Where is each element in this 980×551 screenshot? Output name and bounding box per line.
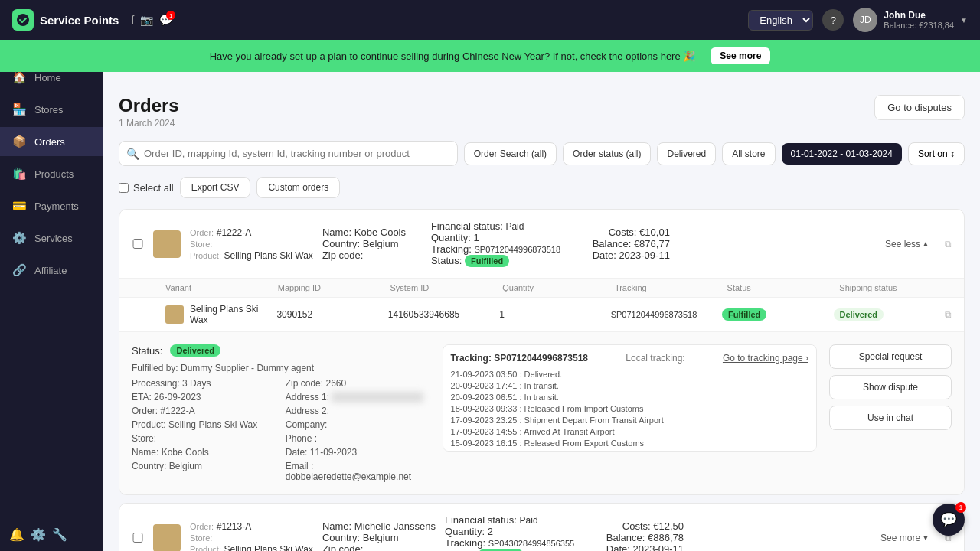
variant-status-0: Fulfilled <box>722 308 833 321</box>
store-ref-info: Store: <box>132 433 276 444</box>
search-icon: 🔍 <box>126 148 139 160</box>
variant-copy-icon-0[interactable]: ⧉ <box>945 309 952 320</box>
order-search-filter[interactable]: Order Search (all) <box>464 142 557 165</box>
select-all-checkbox[interactable] <box>119 183 129 193</box>
sort-button[interactable]: Sort on ↕ <box>908 142 965 165</box>
variant-header: Variant Mapping ID System ID Quantity Tr… <box>119 279 964 297</box>
order-main-row-1: Order: #1213-A Store: Product: Selling P… <box>119 504 964 551</box>
help-button[interactable]: ? <box>822 9 844 31</box>
stores-icon: 🏪 <box>12 103 27 116</box>
search-input[interactable] <box>119 141 458 166</box>
chat-icon: 💬 <box>940 511 957 528</box>
order-product-label: Product: Selling Plans Ski Wax <box>190 249 313 261</box>
page-title-block: Orders 1 March 2024 <box>119 95 179 129</box>
avatar: JD <box>853 8 877 32</box>
chat-bubble[interactable]: 💬 1 <box>933 504 965 536</box>
order-card-0: Order: #1222-A Store: Product: Selling P… <box>119 209 965 495</box>
sidebar-item-affiliate[interactable]: 🔗 Affiliate <box>0 256 103 285</box>
costs-label: Costs: €10,01 <box>578 227 670 238</box>
payments-icon: 💳 <box>12 199 27 213</box>
select-all-label[interactable]: Select all <box>119 182 174 194</box>
nav-right: English ? JD John Due Balance: €2318,84 … <box>748 8 968 32</box>
copy-icon-0[interactable]: ⧉ <box>945 239 952 249</box>
sidebar-label-services: Services <box>34 233 73 244</box>
variant-thumb-0 <box>165 305 184 324</box>
order-status-filter[interactable]: Order status (all) <box>563 142 651 165</box>
goto-tracking-link[interactable]: Go to tracking page › <box>723 353 808 364</box>
user-name: John Due <box>884 10 954 21</box>
user-chevron-icon[interactable]: ▼ <box>960 16 968 24</box>
order-costs-col-1: Costs: €12,50 Balance: €886,78 Date: 202… <box>592 520 684 551</box>
order-financial-col-0: Financial status: Paid Quantity: 1 Track… <box>431 220 569 267</box>
order-checkbox-1[interactable] <box>132 533 144 543</box>
sidebar-item-orders[interactable]: 📦 Orders <box>0 127 103 156</box>
export-csv-button[interactable]: Export CSV <box>180 177 251 198</box>
status-label: Status: Fulfilled <box>431 255 569 267</box>
order-product-label-1: Product: Selling Plans Ski Wax <box>190 543 313 551</box>
date-label-1: Date: 2023-09-11 <box>592 543 684 551</box>
chevron-down-icon-1: ▼ <box>922 533 929 542</box>
user-balance: Balance: €2318,84 <box>884 21 954 30</box>
see-more-button-0[interactable]: See less ▲ <box>885 239 929 249</box>
sidebar-label-stores: Stores <box>34 104 64 116</box>
sidebar-item-services[interactable]: ⚙️ Services <box>0 223 103 253</box>
order-country: Country: Belgium <box>322 238 422 249</box>
order-costs-col-0: Costs: €10,01 Balance: €876,77 Date: 202… <box>578 227 670 261</box>
language-selector[interactable]: English <box>748 10 813 31</box>
order-checkbox-0[interactable] <box>132 239 144 249</box>
sidebar-item-products[interactable]: 🛍️ Products <box>0 159 103 188</box>
mapping-col-header: Mapping ID <box>278 283 390 292</box>
eta-info: ETA: 26-09-2023 <box>132 392 276 403</box>
financial-status-label: Financial status: Paid <box>431 220 569 232</box>
tracking-event-2: 20-09-2023 17:41 : In transit. <box>451 381 808 390</box>
tracking-col-header: Tracking <box>615 283 727 292</box>
phone-info: Phone : <box>286 433 430 444</box>
settings-icon[interactable]: ⚙️ <box>31 527 46 542</box>
user-info: JD John Due Balance: €2318,84 ▼ <box>853 8 968 32</box>
order-store-label: Store: <box>190 238 313 249</box>
main-content: Orders 1 March 2024 Go to disputes 🔍 Ord… <box>103 80 980 551</box>
balance-label-1: Balance: €886,78 <box>592 532 684 543</box>
custom-orders-button[interactable]: Custom orders <box>256 177 340 198</box>
name-ref-info: Name: Kobe Cools <box>132 447 276 458</box>
special-request-button[interactable]: Special request <box>829 344 952 369</box>
facebook-icon[interactable]: f <box>131 14 134 26</box>
notification-icon[interactable]: 🔔 <box>9 527 24 542</box>
brand-logo[interactable]: Service Points <box>12 9 119 31</box>
see-more-button-1[interactable]: See more ▼ <box>880 533 929 543</box>
order-name-col-0: Name: Kobe Cools Country: Belgium Zip co… <box>322 227 422 261</box>
costs-label-1: Costs: €12,50 <box>592 520 684 532</box>
variant-mapping-0: 3090152 <box>276 309 387 320</box>
instagram-icon[interactable]: 📷 <box>140 14 153 26</box>
affiliate-icon: 🔗 <box>12 263 27 277</box>
date-range-button[interactable]: 01-01-2022 - 01-03-2024 <box>782 143 902 165</box>
address1-info: Address 1: ██████████████ <box>286 392 430 403</box>
action-row: Select all Export CSV Custom orders <box>119 177 965 198</box>
order-financial-col-1: Financial status: Paid Quantity: 2 Track… <box>445 514 583 551</box>
social-links: f 📷 💬 1 <box>131 14 172 26</box>
tracking-event-8: 15-09-2023 14:15 : Arrived Export Airpor… <box>451 450 808 452</box>
order-zip-1: Zip code: <box>322 543 436 551</box>
go-disputes-button[interactable]: Go to disputes <box>874 95 965 120</box>
delivered-filter[interactable]: Delivered <box>657 142 716 165</box>
tracking-label-1: Tracking: SP0430284994856355 <box>445 537 583 549</box>
variant-name-0: Selling Plans Ski Wax <box>165 304 276 325</box>
all-store-filter[interactable]: All store <box>722 142 775 165</box>
company-info: Company: <box>286 419 430 430</box>
variant-col-header: Variant <box>165 283 278 292</box>
select-all-text: Select all <box>133 182 174 194</box>
balance-label: Balance: €876,77 <box>578 238 670 249</box>
sidebar-item-stores[interactable]: 🏪 Stores <box>0 95 103 124</box>
zip-info: Zip code: 2660 <box>286 378 430 389</box>
see-more-button[interactable]: See more <box>710 47 770 64</box>
show-dispute-button[interactable]: Show dispute <box>829 375 952 399</box>
qty-col-header: Quantity <box>502 283 615 292</box>
gear2-icon[interactable]: 🔧 <box>52 527 67 542</box>
discord-icon[interactable]: 💬 1 <box>159 14 172 26</box>
email-ref-info: Email : dobbelaeredette@example.net <box>286 461 430 482</box>
order-thumbnail-0 <box>153 230 181 258</box>
sidebar-item-payments[interactable]: 💳 Payments <box>0 191 103 220</box>
use-in-chat-button[interactable]: Use in chat <box>829 406 952 430</box>
tracking-event-1: 21-09-2023 03:50 : Delivered. <box>451 370 808 379</box>
quantity-label: Quantity: 1 <box>431 232 569 243</box>
